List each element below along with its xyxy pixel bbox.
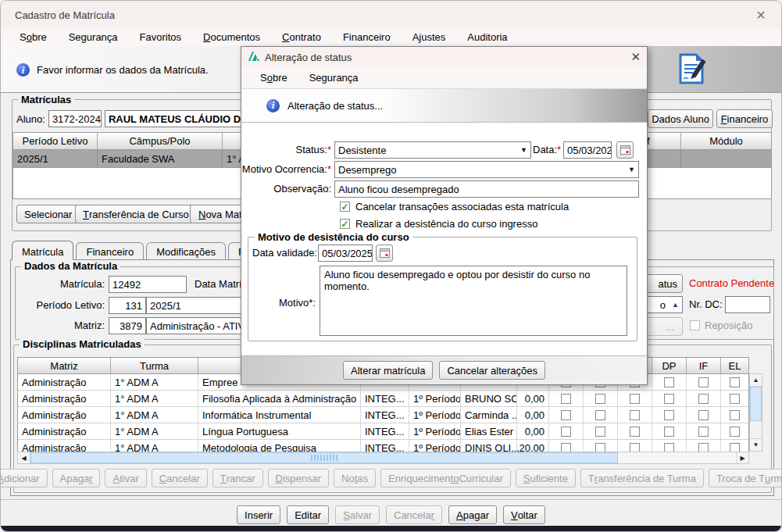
selecionar-button[interactable]: Selecionar — [16, 205, 80, 223]
hscroll-thumb[interactable] — [30, 452, 618, 463]
motivo-textarea[interactable]: Aluno ficou desempregado e optou por des… — [320, 266, 627, 336]
nr-dc-label: Nr. DC: — [689, 298, 723, 310]
enriquecimento-button[interactable]: Enriquecimento Curricular — [380, 469, 511, 487]
disciplina-row[interactable]: Administração1° ADM ALíngua PortuguesaIN… — [18, 423, 748, 440]
data-validade-label: Data validade: — [252, 247, 317, 259]
apagar-disciplina-button[interactable]: Apagar — [52, 469, 101, 487]
matriz-code-field[interactable]: 3879 — [109, 317, 146, 334]
col-turma[interactable]: Turma — [111, 358, 198, 373]
menu-favoritos[interactable]: Favoritos — [129, 30, 192, 45]
matriculas-group-label: Matrículas — [18, 95, 74, 105]
troca-turma-button[interactable]: Troca de Turma — [709, 469, 782, 487]
observacao-label: Observação: — [249, 183, 331, 195]
data-field[interactable]: 05/03/2025 — [563, 141, 612, 159]
disciplina-row[interactable]: Administração1° ADM AFilosofia Aplicada … — [18, 391, 748, 407]
matricula-value-field[interactable]: 12492 — [109, 276, 187, 293]
editar-button[interactable]: Editar — [287, 505, 329, 524]
suficiente-button[interactable]: Suficiente — [516, 469, 576, 487]
menu-documentos[interactable]: Documentos — [192, 30, 271, 45]
salvar-button[interactable]: Salvar — [335, 505, 380, 524]
scroll-up-icon: ▲ — [750, 374, 762, 387]
scroll-down-icon: ▼ — [750, 438, 762, 451]
dialog-menu-sobre[interactable]: Sobre — [249, 70, 298, 86]
tab-modificacoes[interactable]: Modificações — [146, 242, 226, 260]
dialog-menu-seguranca[interactable]: Segurança — [298, 70, 370, 86]
menu-sobre[interactable]: Sobre — [9, 30, 58, 45]
observacao-field[interactable]: Aluno ficou desempregado — [334, 180, 639, 198]
adicionar-button[interactable]: Adicionar — [0, 469, 48, 487]
cancelar-button[interactable]: Cancelar — [386, 505, 442, 524]
dialog-close-icon[interactable]: ✕ — [630, 50, 641, 64]
voltar-button[interactable]: Voltar — [503, 505, 545, 524]
main-window-title: Cadastro de Matrícula — [15, 9, 115, 21]
checked-checkbox[interactable]: ✓ — [340, 219, 350, 229]
chevron-down-icon: ▼ — [520, 146, 527, 154]
menu-contrato[interactable]: Contrato — [271, 30, 332, 45]
periodo-value-field[interactable]: 2025/1 — [146, 297, 255, 314]
apagar-button[interactable]: Apagar — [448, 505, 497, 524]
cancelar-transacoes-option[interactable]: ✓ Cancelar transações associadas esta ma… — [340, 201, 569, 212]
reposicao-label: Reposição — [705, 320, 752, 331]
horizontal-scrollbar[interactable]: ◀ ▶ — [17, 452, 749, 464]
financeiro-button[interactable]: Financeiro — [716, 109, 773, 128]
data-calendar-button[interactable] — [616, 141, 634, 159]
status-combobox[interactable]: Desistente▼ — [334, 141, 531, 159]
transferencia-curso-button[interactable]: Transferência de Curso — [75, 205, 197, 223]
aluno-label: Aluno: — [16, 113, 45, 125]
cancelar-alteracoes-button[interactable]: Cancelar alterações — [439, 361, 545, 380]
transferencia-turma-button[interactable]: Transferência de Turma — [580, 469, 704, 487]
dialog-title: Alteração de status — [265, 52, 352, 63]
dispensar-button[interactable]: Dispensar — [268, 469, 330, 487]
nr-dc-field[interactable] — [725, 296, 770, 313]
status-label: Status:* — [249, 144, 331, 155]
dialog-menubar: Sobre Segurança — [241, 67, 647, 89]
tab-matricula[interactable]: Matrícula — [12, 241, 73, 260]
notas-button[interactable]: Notas — [334, 469, 376, 487]
data-label: Data:* — [533, 144, 561, 155]
realizar-desistencia-label: Realizar a desistência do curso ingresso — [355, 218, 537, 230]
menu-financeiro[interactable]: Financeiro — [332, 30, 402, 45]
dados-matricula-group-label: Dados da Matrícula — [21, 261, 120, 271]
col-campus-polo[interactable]: Câmpus/Polo — [98, 133, 223, 149]
col-el[interactable]: EL — [721, 358, 748, 373]
realizar-desistencia-option[interactable]: ✓ Realizar a desistência do curso ingres… — [340, 218, 537, 230]
col-matriz[interactable]: Matriz — [18, 358, 111, 373]
tab-financeiro[interactable]: Financeiro — [76, 242, 144, 260]
header-message: Favor informar os dados da Matrícula. — [37, 64, 209, 76]
scroll-left-icon: ◀ — [18, 452, 30, 463]
app-logo-icon — [248, 51, 259, 64]
alteracao-status-dialog: Alteração de status ✕ Sobre Segurança i … — [241, 46, 648, 385]
inserir-button[interactable]: Inserir — [237, 505, 280, 524]
data-validade-calendar-button[interactable] — [376, 245, 393, 262]
window-bottom-edge — [1, 526, 781, 531]
ativar-button[interactable]: Ativar — [105, 469, 146, 487]
menu-seguranca[interactable]: Segurança — [58, 30, 129, 45]
menu-ajustes[interactable]: Ajustes — [402, 30, 457, 45]
periodo-code-field[interactable]: 131 — [109, 297, 146, 314]
col-dp[interactable]: DP — [652, 358, 687, 373]
contract-document-icon[interactable] — [674, 52, 710, 90]
reposicao-checkbox[interactable] — [690, 320, 700, 330]
aluno-code-field[interactable]: 3172-2024 — [48, 110, 102, 127]
app-window: Cadastro de Matrícula ✕ Sobre Segurança … — [0, 0, 782, 532]
vertical-scrollbar[interactable]: ▲ ▼ — [749, 373, 762, 452]
dialog-footer: Alterar matrícula Cancelar alterações — [241, 355, 647, 384]
scroll-right-icon: ▶ — [736, 452, 748, 463]
dados-aluno-button[interactable]: Dados Aluno — [648, 109, 713, 128]
data-matricula-label: Data Matríc — [195, 278, 247, 290]
data-validade-field[interactable]: 05/03/2025 — [318, 245, 373, 262]
chevron-down-icon: ▼ — [628, 166, 635, 173]
checked-checkbox[interactable]: ✓ — [340, 202, 350, 212]
motivo-ocorrencia-label: Motivo Ocorrencia:* — [241, 163, 331, 175]
col-periodo-letivo[interactable]: Período Letivo — [13, 133, 98, 149]
dialog-header-message: Alteração de status... — [287, 100, 383, 112]
main-close-icon[interactable]: ✕ — [753, 7, 769, 23]
motivo-ocorrencia-combobox[interactable]: Desemprego▼ — [334, 161, 639, 178]
col-if[interactable]: IF — [687, 358, 721, 373]
menu-auditoria[interactable]: Auditoria — [456, 30, 518, 45]
trancar-button[interactable]: Trancar — [212, 469, 263, 487]
col-modulo[interactable]: Módulo — [681, 133, 771, 149]
alterar-matricula-button[interactable]: Alterar matrícula — [343, 361, 433, 380]
disciplina-row[interactable]: Administração1° ADM AInformática Instrum… — [18, 407, 748, 423]
cancelar-disciplina-button[interactable]: Cancelar — [152, 469, 208, 487]
